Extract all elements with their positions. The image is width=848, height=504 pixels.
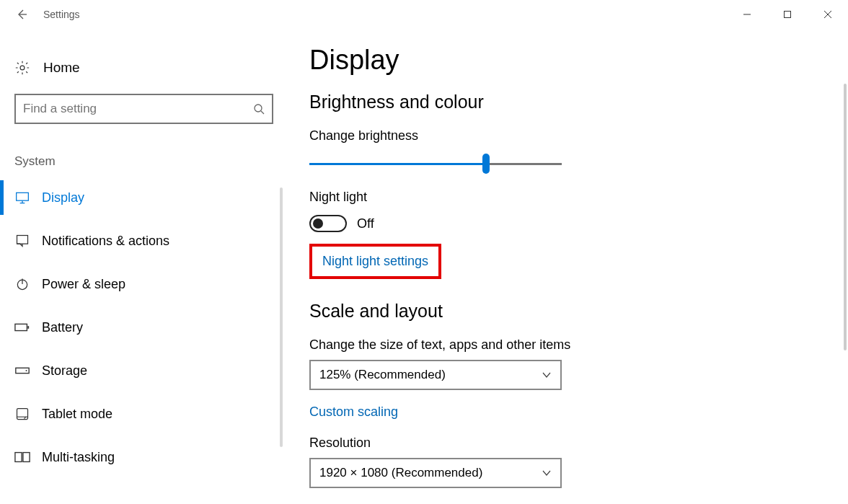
sidebar-item-label: Tablet mode	[42, 407, 112, 422]
sidebar-item-battery[interactable]: Battery	[0, 306, 285, 349]
section-brightness-title: Brightness and colour	[309, 92, 848, 112]
resolution-value: 1920 × 1080 (Recommended)	[319, 466, 482, 480]
svg-rect-4	[17, 236, 28, 244]
sidebar-item-power[interactable]: Power & sleep	[0, 262, 285, 306]
slider-thumb[interactable]	[482, 154, 490, 174]
night-light-settings-link[interactable]: Night light settings	[309, 244, 441, 279]
night-light-label: Night light	[309, 190, 848, 205]
sidebar-item-label: Notifications & actions	[42, 234, 169, 249]
tablet-icon	[14, 406, 30, 422]
sidebar: Home System Display Notifications & acti…	[0, 29, 285, 504]
scrollbar-thumb[interactable]	[280, 187, 283, 447]
night-light-state: Off	[357, 216, 374, 231]
custom-scaling-link[interactable]: Custom scaling	[309, 404, 398, 420]
back-button[interactable]	[0, 0, 43, 29]
sidebar-item-storage[interactable]: Storage	[0, 349, 285, 392]
monitor-icon	[14, 190, 30, 205]
svg-rect-11	[15, 453, 22, 462]
battery-icon	[14, 319, 30, 335]
search-field[interactable]	[23, 102, 253, 116]
content-scrollbar[interactable]	[836, 29, 848, 504]
nav-list: Display Notifications & actions Power & …	[0, 176, 285, 479]
close-icon	[823, 10, 832, 19]
toggle-knob	[313, 218, 323, 229]
window-controls	[727, 0, 848, 29]
sidebar-item-label: Display	[42, 190, 84, 205]
arrow-left-icon	[16, 9, 27, 20]
sidebar-item-notifications[interactable]: Notifications & actions	[0, 219, 285, 262]
svg-rect-0	[785, 12, 791, 18]
chevron-down-icon	[542, 468, 552, 478]
search-icon	[253, 103, 265, 115]
section-scale-title: Scale and layout	[309, 301, 848, 322]
svg-rect-6	[15, 324, 27, 330]
slider-fill	[309, 163, 482, 165]
minimize-button[interactable]	[727, 0, 767, 29]
sidebar-scrollbar[interactable]	[276, 187, 285, 504]
sidebar-item-label: Power & sleep	[42, 277, 125, 292]
svg-rect-10	[17, 409, 28, 420]
sidebar-item-tablet[interactable]: Tablet mode	[0, 392, 285, 436]
svg-point-2	[255, 105, 262, 112]
main-content: Display Brightness and colour Change bri…	[285, 29, 848, 504]
brightness-slider[interactable]	[309, 154, 562, 174]
sidebar-item-label: Battery	[42, 320, 83, 335]
page-title: Display	[309, 45, 848, 76]
close-button[interactable]	[808, 0, 848, 29]
scale-label: Change the size of text, apps and other …	[309, 337, 848, 353]
svg-point-1	[20, 66, 25, 70]
sidebar-item-label: Storage	[42, 363, 87, 379]
scale-dropdown[interactable]: 125% (Recommended)	[309, 360, 562, 390]
power-icon	[14, 276, 30, 292]
search-input[interactable]	[14, 94, 273, 124]
sidebar-item-display[interactable]: Display	[0, 176, 285, 219]
sidebar-category: System	[0, 124, 285, 176]
scrollbar-thumb[interactable]	[844, 84, 847, 350]
sidebar-item-multitasking[interactable]: Multi-tasking	[0, 436, 285, 479]
svg-rect-7	[27, 326, 29, 329]
gear-icon	[14, 60, 30, 76]
home-nav[interactable]: Home	[0, 50, 285, 85]
home-label: Home	[43, 60, 80, 76]
scale-value: 125% (Recommended)	[319, 368, 446, 382]
brightness-label: Change brightness	[309, 128, 848, 143]
multitasking-icon	[14, 449, 30, 465]
minimize-icon	[743, 10, 751, 19]
svg-rect-3	[17, 193, 29, 200]
sidebar-item-label: Multi-tasking	[42, 450, 115, 465]
notifications-icon	[14, 233, 30, 249]
resolution-dropdown[interactable]: 1920 × 1080 (Recommended)	[309, 458, 562, 488]
svg-point-9	[26, 370, 27, 371]
window-title: Settings	[43, 9, 80, 20]
maximize-button[interactable]	[767, 0, 808, 29]
maximize-icon	[783, 10, 792, 19]
storage-icon	[14, 363, 30, 379]
slider-rest	[490, 163, 562, 165]
resolution-label: Resolution	[309, 436, 848, 451]
svg-rect-12	[23, 453, 30, 462]
title-bar: Settings	[0, 0, 848, 29]
chevron-down-icon	[542, 370, 552, 380]
night-light-toggle[interactable]	[309, 215, 347, 232]
